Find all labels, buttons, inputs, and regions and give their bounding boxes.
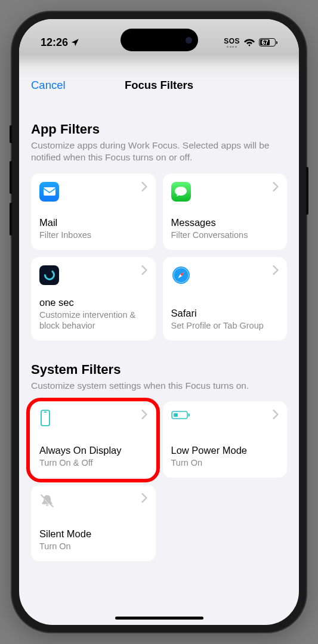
status-time: 12:26 [41,36,68,49]
svg-rect-8 [188,414,190,417]
card-title: one sec [39,297,147,308]
battery-icon [171,410,190,423]
card-sub: Turn On & Off [39,457,147,468]
safari-icon [171,265,191,285]
filter-card-silent[interactable]: Silent Mode Turn On [31,485,156,561]
chevron-right-icon [141,265,147,275]
chevron-right-icon [273,265,279,275]
phone-frame: 12:26 SOS 67 Cancel Focus Filters [12,12,306,632]
screen: 12:26 SOS 67 Cancel Focus Filters [19,19,299,625]
filter-card-low-power[interactable]: Low Power Mode Turn On [163,401,288,478]
sos-indicator: SOS [224,37,240,48]
card-sub: Turn On [39,541,147,552]
card-sub: Customize intervention & block behavior [39,309,147,331]
system-filters-section: System Filters Customize system settings… [31,362,287,561]
svg-rect-7 [174,413,178,417]
messages-icon [171,182,191,202]
card-title: Messages [171,217,279,228]
wifi-icon [244,38,255,47]
app-filters-section: App Filters Customize apps during Work F… [31,122,287,340]
chevron-right-icon [273,410,279,419]
card-title: Low Power Mode [171,445,279,456]
svg-rect-0 [44,187,55,196]
cancel-button[interactable]: Cancel [31,79,66,92]
phone-icon [39,410,51,429]
onesec-icon [39,265,59,285]
card-sub: Filter Conversations [171,230,279,240]
svg-point-1 [44,269,55,281]
filter-card-messages[interactable]: Messages Filter Conversations [163,174,288,250]
filter-card-mail[interactable]: Mail Filter Inboxes [31,174,156,250]
card-title: Silent Mode [39,528,147,540]
chevron-right-icon [273,182,279,191]
section-title-app: App Filters [31,122,287,137]
card-title: Safari [171,308,279,319]
home-indicator[interactable] [115,617,203,620]
battery-indicator: 67 [259,38,277,47]
page-header: Cancel Focus Filters [19,79,299,100]
bell-slash-icon [39,493,55,511]
dynamic-island [121,29,198,51]
chevron-right-icon [141,182,147,191]
section-desc-app: Customize apps during Work Focus. Select… [31,140,287,164]
filter-card-onesec[interactable]: one sec Customize intervention & block b… [31,257,156,340]
section-title-system: System Filters [31,362,287,377]
card-sub: Filter Inboxes [39,230,147,240]
mail-icon [39,182,59,202]
location-icon [70,38,79,47]
chevron-right-icon [141,493,147,503]
page-title: Focus Filters [125,79,193,92]
card-sub: Set Profile or Tab Group [171,320,279,331]
card-title: Mail [39,217,147,228]
chevron-right-icon [141,410,147,419]
filter-card-safari[interactable]: Safari Set Profile or Tab Group [163,257,288,340]
card-title: Always On Display [39,445,147,456]
card-sub: Turn On [171,457,279,468]
filter-card-always-on-display[interactable]: Always On Display Turn On & Off [31,401,156,478]
section-desc-system: Customize system settings when this Focu… [31,380,287,392]
